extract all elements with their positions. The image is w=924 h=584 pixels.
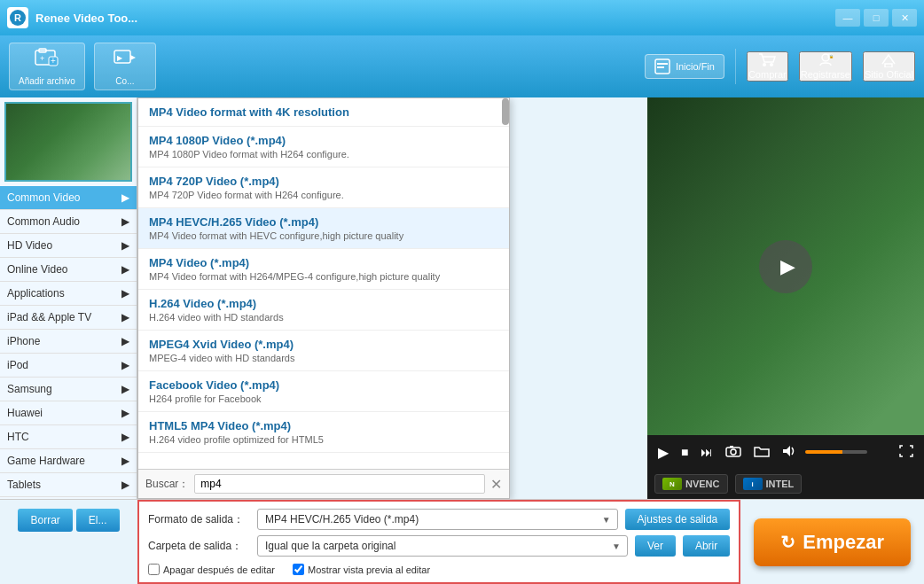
- category-item-common-video[interactable]: Common Video ▶: [0, 186, 137, 210]
- format-item-0[interactable]: MP4 Video format with 4K resolution: [138, 98, 509, 127]
- category-item-online-video[interactable]: Online Video ▶: [0, 258, 137, 282]
- comprar-button[interactable]: Comprar: [747, 51, 788, 82]
- format-desc: MP4 1080P Video format with H264 configu…: [149, 149, 498, 160]
- play-button-overlay[interactable]: ▶: [759, 240, 812, 293]
- inicio-fin-label: Inicio/Fin: [676, 61, 715, 72]
- category-label: Online Video: [7, 263, 68, 276]
- format-item-4[interactable]: MP4 Video (*.mp4) MP4 Video format with …: [138, 249, 509, 290]
- el-button[interactable]: El...: [76, 509, 120, 532]
- sitio-oficial-button[interactable]: Sitio Oficial: [863, 51, 915, 82]
- arrow-icon: ▶: [121, 191, 129, 204]
- svg-rect-20: [730, 446, 733, 448]
- intel-badge[interactable]: i INTEL: [735, 474, 803, 494]
- format-item-2[interactable]: MP4 720P Video (*.mp4) MP4 720P Video fo…: [138, 167, 509, 208]
- app-title: Renee Video Too...: [35, 12, 137, 25]
- next-control-button[interactable]: ⏭: [697, 443, 716, 461]
- nvenc-badge[interactable]: N NVENC: [654, 474, 728, 494]
- abrir-button[interactable]: Abrir: [683, 535, 730, 557]
- empezar-button[interactable]: ↻ Empezar: [754, 518, 911, 566]
- folder-button[interactable]: [750, 443, 773, 462]
- output-settings: Formato de salida： MP4 HEVC/H.265 Video …: [137, 500, 740, 584]
- clear-search-icon[interactable]: ✕: [490, 476, 502, 493]
- format-name: MP4 Video (*.mp4): [149, 256, 498, 269]
- format-desc: H264 profile for Facebook: [149, 393, 498, 404]
- bottom-section: Borrar El... Formato de salida： MP4 HEVC…: [0, 499, 924, 584]
- format-name: MP4 Video format with 4K resolution: [149, 105, 498, 119]
- sitio-oficial-label: Sitio Oficial: [865, 69, 913, 80]
- format-item-1[interactable]: MP4 1080P Video (*.mp4) MP4 1080P Video …: [138, 127, 509, 167]
- minimize-button[interactable]: —: [835, 9, 860, 27]
- search-label: Buscar：: [145, 477, 189, 492]
- volume-slider[interactable]: [805, 450, 867, 454]
- stop-control-button[interactable]: ■: [677, 443, 692, 461]
- category-item-tablets[interactable]: Tablets ▶: [0, 473, 137, 497]
- category-item-huawei[interactable]: Huawei ▶: [0, 401, 137, 425]
- category-item-mobile-phone[interactable]: Mobile Phone ▶: [0, 497, 137, 499]
- category-item-common-audio[interactable]: Common Audio ▶: [0, 210, 137, 234]
- apagar-label-text: Apagar después de editar: [163, 565, 275, 575]
- category-label: iPod: [7, 359, 28, 371]
- convert-button[interactable]: ▶ Co...: [94, 43, 156, 90]
- format-item-3[interactable]: MP4 HEVC/H.265 Video (*.mp4) MP4 Video f…: [138, 208, 509, 249]
- apagar-checkbox-label[interactable]: Apagar después de editar: [148, 564, 275, 575]
- svg-text:▶: ▶: [117, 54, 123, 62]
- add-file-button[interactable]: ++ Añadir archivo: [9, 43, 85, 90]
- category-item-ipad[interactable]: iPad && Apple TV ▶: [0, 306, 137, 330]
- registrarse-button[interactable]: 🔒 Registrarse: [799, 51, 852, 82]
- svg-point-19: [731, 449, 736, 455]
- format-name: H.264 Video (*.mp4): [149, 297, 498, 310]
- close-button[interactable]: ✕: [892, 9, 917, 27]
- screenshot-button[interactable]: [722, 443, 745, 462]
- category-label: Applications: [7, 287, 65, 300]
- carpeta-select-wrapper: Igual que la carpeta original ▼: [257, 535, 628, 557]
- apagar-checkbox[interactable]: [148, 564, 160, 575]
- ajustes-salida-button[interactable]: Ajustes de salida: [625, 509, 731, 530]
- thumbnail-area: [4, 102, 132, 182]
- format-item-5[interactable]: H.264 Video (*.mp4) H.264 video with HD …: [138, 290, 509, 331]
- borrar-button[interactable]: Borrar: [18, 509, 72, 532]
- formato-select[interactable]: MP4 HEVC/H.265 Video (*.mp4): [257, 509, 618, 530]
- svg-point-13: [770, 63, 773, 66]
- bottom-left-actions: Borrar El...: [0, 500, 137, 584]
- mostrar-checkbox-label[interactable]: Mostrar vista previa al editar: [293, 564, 430, 575]
- mostrar-checkbox[interactable]: [293, 564, 304, 575]
- category-item-game-hardware[interactable]: Game Hardware ▶: [0, 449, 137, 473]
- arrow-icon: ▶: [121, 335, 129, 347]
- svg-rect-10: [657, 63, 668, 65]
- main-area: Common Video ▶ Common Audio ▶ HD Video ▶…: [0, 97, 924, 499]
- category-item-iphone[interactable]: iPhone ▶: [0, 330, 137, 354]
- comprar-label: Comprar: [748, 69, 787, 80]
- format-item-8[interactable]: HTML5 MP4 Video (*.mp4) H.264 video prof…: [138, 412, 509, 453]
- category-item-hd-video[interactable]: HD Video ▶: [0, 234, 137, 258]
- format-name: HTML5 MP4 Video (*.mp4): [149, 419, 498, 432]
- carpeta-label: Carpeta de salida：: [148, 539, 250, 554]
- checkbox-row: Apagar después de editar Mostrar vista p…: [148, 564, 730, 575]
- window-controls: — □ ✕: [835, 9, 917, 27]
- category-item-htc[interactable]: HTC ▶: [0, 425, 137, 449]
- svg-rect-17: [885, 64, 892, 67]
- category-item-ipod[interactable]: iPod ▶: [0, 354, 137, 378]
- play-control-button[interactable]: ▶: [654, 442, 672, 463]
- format-desc: MP4 720P Video format with H264 configur…: [149, 190, 498, 200]
- format-item-7[interactable]: Facebook Video (*.mp4) H264 profile for …: [138, 371, 509, 412]
- play-icon: ▶: [780, 255, 795, 278]
- maximize-button[interactable]: □: [864, 9, 889, 27]
- add-file-label: Añadir archivo: [19, 76, 75, 86]
- search-input[interactable]: [194, 474, 485, 494]
- nvenc-label: NVENC: [685, 479, 720, 489]
- format-item-6[interactable]: MPEG4 Xvid Video (*.mp4) MPEG-4 video wi…: [138, 331, 509, 371]
- svg-text:🔒: 🔒: [829, 54, 834, 58]
- fullscreen-button[interactable]: [896, 443, 917, 462]
- category-item-samsung[interactable]: Samsung ▶: [0, 378, 137, 401]
- ver-button[interactable]: Ver: [635, 535, 676, 557]
- format-search-bar: Buscar： ✕: [138, 469, 509, 498]
- category-item-applications[interactable]: Applications ▶: [0, 282, 137, 306]
- format-name: Facebook Video (*.mp4): [149, 378, 498, 392]
- arrow-icon: ▶: [121, 383, 129, 395]
- category-label: Tablets: [7, 479, 41, 491]
- video-area: ▶: [647, 97, 924, 435]
- inicio-fin-button[interactable]: Inicio/Fin: [645, 54, 724, 79]
- toolbar: ++ Añadir archivo ▶ Co... Inicio/Fin Com…: [0, 35, 924, 97]
- carpeta-select[interactable]: Igual que la carpeta original: [257, 535, 628, 557]
- volume-button[interactable]: [779, 443, 800, 462]
